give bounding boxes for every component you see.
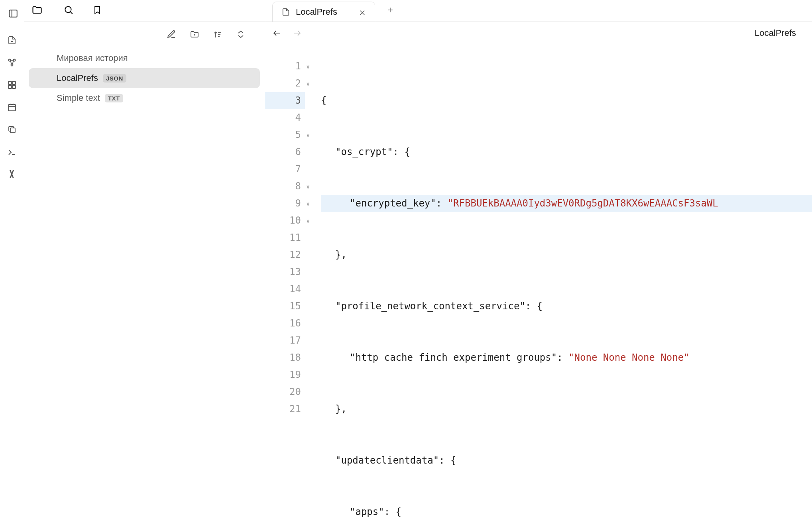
tab-label: LocalPrefs [296,7,337,17]
file-label: Мировая история [57,53,128,63]
files-view-button[interactable] [26,2,49,20]
svg-rect-9 [8,85,12,88]
tab-bar: LocalPrefs [265,0,812,22]
svg-rect-15 [10,128,15,133]
new-note-button[interactable] [166,29,177,41]
gutter-line[interactable]: 14 [265,281,305,298]
search-icon [63,5,74,17]
gutter-line[interactable]: 7 [265,161,305,178]
gutter-line[interactable]: 11 [265,229,305,246]
file-icon [281,8,290,16]
graph-button[interactable] [6,57,18,69]
file-badge: JSON [103,74,126,83]
tree-item-simpletext[interactable]: Simple text TXT [29,88,260,108]
sort-icon [213,29,222,41]
bookmark-icon [92,5,102,16]
edit-icon [167,29,176,41]
gutter-line[interactable]: 8∨ [265,178,305,195]
gutter-line[interactable]: 13 [265,263,305,281]
gutter-line[interactable]: 6 [265,144,305,161]
file-label: LocalPrefs [57,73,98,83]
folder-plus-icon [190,29,199,41]
sort-button[interactable] [212,29,223,41]
activity-bar [0,0,24,517]
svg-line-18 [70,12,72,14]
svg-rect-11 [8,104,16,111]
search-view-button[interactable] [60,2,77,20]
activity-icons [6,34,18,180]
nav-row: LocalPrefs [265,22,812,44]
folder-icon [31,4,43,17]
fold-icon[interactable]: ∨ [307,212,310,229]
gutter-line[interactable]: 5∨ [265,126,305,144]
terminal-button[interactable] [6,146,18,158]
gutter-line[interactable]: 19 [265,366,305,383]
gutter-line[interactable]: 3 [265,92,305,109]
arrow-right-icon [292,32,302,39]
collapse-button[interactable] [235,29,246,41]
svg-point-17 [65,6,71,12]
copy-button[interactable] [6,124,18,136]
bookmarks-view-button[interactable] [88,2,106,20]
sidebar-header [24,0,265,22]
new-tab-button[interactable] [382,0,398,22]
tab-close-button[interactable] [359,8,366,16]
svg-rect-10 [12,85,16,88]
gutter-line[interactable]: 16 [265,315,305,332]
fold-icon[interactable]: ∨ [307,126,310,144]
svg-rect-0 [9,10,17,17]
panel-icon [8,8,18,20]
fold-icon[interactable]: ∨ [307,75,310,92]
panel-toggle-button[interactable] [4,6,22,23]
arrow-left-icon [272,32,282,39]
gutter-line[interactable]: 12 [265,246,305,263]
code-editor[interactable]: 1∨ 2∨ 3 4 5∨ 6 7 8∨ 9∨ 10∨ 11 12 13 14 1… [265,44,812,517]
gutter-line[interactable]: 9∨ [265,195,305,212]
gutter: 1∨ 2∨ 3 4 5∨ 6 7 8∨ 9∨ 10∨ 11 12 13 14 1… [265,44,305,517]
file-label: Simple text [57,93,100,103]
gutter-line[interactable]: 4 [265,109,305,126]
gutter-line[interactable]: 2∨ [265,75,305,92]
file-tree: Мировая история LocalPrefs JSON Simple t… [24,48,265,108]
dashboard-button[interactable] [6,79,18,91]
nav-forward-button[interactable] [292,28,302,38]
code-content[interactable]: { "os_crypt": { "encrypted_key": "RFBBUE… [305,44,812,517]
tree-item-history[interactable]: Мировая история [29,48,260,68]
tree-item-localprefs[interactable]: LocalPrefs JSON [29,68,260,88]
svg-rect-7 [8,81,12,85]
main-area: LocalPrefs LocalPrefs [265,0,812,517]
top-toolbar [2,3,22,23]
sidebar: Мировая история LocalPrefs JSON Simple t… [24,0,265,517]
gutter-line[interactable]: 21 [265,401,305,418]
chevrons-icon [236,29,246,41]
fold-icon[interactable]: ∨ [307,195,310,212]
calendar-button[interactable] [6,101,18,113]
note-add-button[interactable] [6,34,18,46]
plus-icon [386,6,394,16]
svg-rect-8 [12,81,16,85]
fold-icon[interactable]: ∨ [307,178,310,195]
nav-back-button[interactable] [272,28,282,38]
fold-icon[interactable]: ∨ [307,58,310,75]
tab-localprefs[interactable]: LocalPrefs [272,2,375,22]
gutter-line[interactable]: 20 [265,383,305,401]
tools-button[interactable] [6,168,18,180]
sidebar-toolbar [24,22,265,48]
file-badge: TXT [105,94,123,102]
gutter-line[interactable]: 15 [265,298,305,315]
gutter-line[interactable]: 1∨ [265,58,305,75]
gutter-line[interactable]: 10∨ [265,212,305,229]
gutter-line[interactable]: 18 [265,349,305,366]
breadcrumb-title: LocalPrefs [755,28,796,38]
new-folder-button[interactable] [189,29,200,41]
gutter-line[interactable]: 17 [265,332,305,349]
